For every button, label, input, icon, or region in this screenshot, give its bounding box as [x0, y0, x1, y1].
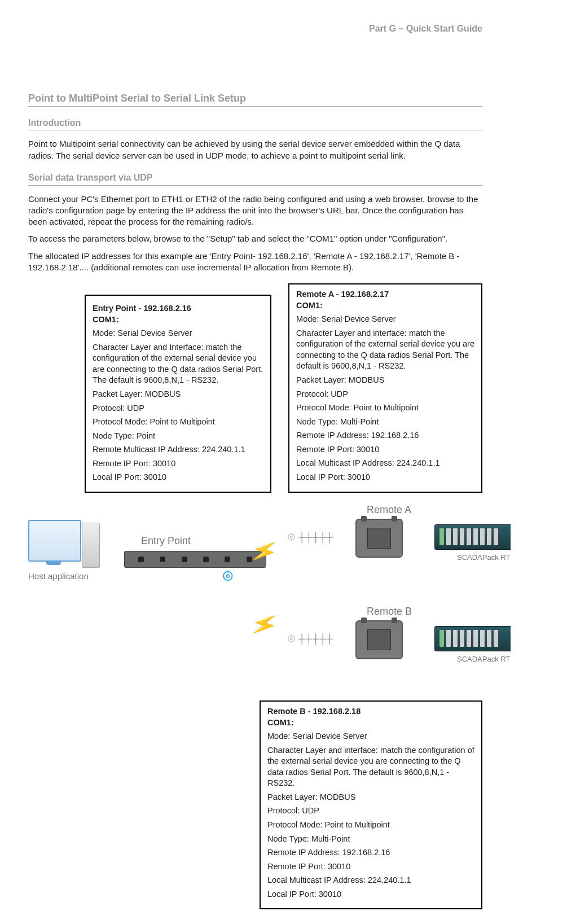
remote-b-line: Remote IP Port: 30010	[267, 861, 474, 873]
remote-b-line: Local IP Port: 30010	[267, 889, 474, 900]
scada-label: SCADAPack RTU	[457, 654, 511, 664]
remote-a-title: Remote A - 192.168.2.17	[296, 290, 389, 299]
udp-paragraph-1: Connect your PC's Ethernet port to ETH1 …	[28, 194, 482, 228]
remote-a-line: Character Layer and interface: match the…	[296, 328, 474, 372]
entry-line: Remote Multicast IP Address: 224.240.1.1	[93, 444, 263, 456]
remote-a-line: Protocol: UDP	[296, 389, 474, 400]
scada-label: SCADAPack RTU	[457, 553, 511, 563]
remote-b-line: Local Multicast IP Address: 224.240.1.1	[267, 875, 474, 886]
entry-line: Local IP Port: 30010	[93, 472, 263, 483]
remote-b-label: Remote B	[367, 605, 412, 618]
udp-paragraph-3: The allocated IP addresses for this exam…	[28, 251, 482, 274]
host-label: Host application	[28, 571, 89, 582]
entry-title: Entry Point - 192.168.2.16	[93, 304, 191, 313]
topology-diagram: Host application Entry Point ⦾ ⚡ ⚡ Remot…	[28, 497, 511, 700]
entry-line: Packet Layer: MODBUS	[93, 389, 263, 400]
section-title-udp: Serial data transport via UDP	[28, 172, 482, 186]
remote-a-line: Node Type: Multi-Point	[296, 417, 474, 428]
entry-point-device-icon	[124, 551, 266, 568]
antenna-icon: ⦾ ┼┼┼┼┼	[288, 531, 333, 544]
remote-b-config-box: Remote B - 192.168.2.18 COM1: Mode: Seri…	[260, 700, 482, 909]
pc-tower-icon	[82, 523, 100, 568]
wireless-link-icon: ⚡	[247, 606, 282, 642]
section-title-intro: Introduction	[28, 117, 482, 131]
host-stand-icon	[46, 560, 61, 565]
remote-a-line: Remote IP Address: 192.168.2.16	[296, 430, 474, 441]
remote-a-line: Local IP Port: 30010	[296, 472, 474, 483]
remote-b-line: Packet Layer: MODBUS	[267, 792, 474, 803]
remote-a-line: Local Multicast IP Address: 224.240.1.1	[296, 458, 474, 469]
remote-b-line: Node Type: Multi-Point	[267, 834, 474, 845]
entry-point-label: Entry Point	[141, 534, 191, 548]
remote-a-line: Packet Layer: MODBUS	[296, 375, 474, 386]
page-header: Part G – Quick Start Guide	[28, 23, 482, 35]
remote-b-line: Remote IP Address: 192.168.2.16	[267, 847, 474, 859]
entry-line: Node Type: Point	[93, 431, 263, 442]
remote-b-title: Remote B - 192.168.2.18	[267, 707, 361, 716]
remote-b-com: COM1:	[267, 718, 294, 727]
entry-com: COM1:	[93, 315, 119, 324]
wifi-icon: ⦾	[223, 568, 233, 585]
intro-paragraph: Point to Multipoint serial connectivity …	[28, 138, 482, 161]
udp-paragraph-2: To access the parameters below, browse t…	[28, 233, 482, 244]
remote-a-config-box: Remote A - 192.168.2.17 COM1: Mode: Seri…	[288, 283, 482, 493]
radio-device-icon	[355, 620, 403, 659]
entry-point-config-box: Entry Point - 192.168.2.16 COM1: Mode: S…	[85, 295, 271, 493]
remote-b-line: Mode: Serial Device Server	[267, 731, 474, 742]
radio-device-icon	[355, 519, 403, 558]
entry-line: Protocol: UDP	[93, 403, 263, 414]
entry-line: Character Layer and Interface: match the…	[93, 342, 263, 386]
entry-line: Remote IP Port: 30010	[93, 458, 263, 470]
antenna-icon: ⦾ ┼┼┼┼┼	[288, 633, 333, 645]
entry-line: Mode: Serial Device Server	[93, 328, 263, 339]
entry-line: Protocol Mode: Point to Multipoint	[93, 417, 263, 428]
remote-b-line: Character Layer and interface: match the…	[267, 745, 474, 789]
scada-rtu-icon	[434, 626, 511, 651]
section-title-main: Point to MultiPoint Serial to Serial Lin…	[28, 91, 482, 107]
scada-rtu-icon	[434, 524, 511, 550]
remote-a-label: Remote A	[367, 503, 411, 516]
remote-a-line: Remote IP Port: 30010	[296, 444, 474, 456]
remote-b-line: Protocol: UDP	[267, 805, 474, 817]
remote-a-line: Mode: Serial Device Server	[296, 314, 474, 325]
remote-a-com: COM1:	[296, 301, 323, 310]
host-monitor-icon	[28, 520, 81, 562]
remote-a-line: Protocol Mode: Point to Multipoint	[296, 402, 474, 414]
remote-b-line: Protocol Mode: Point to Multipoint	[267, 820, 474, 831]
